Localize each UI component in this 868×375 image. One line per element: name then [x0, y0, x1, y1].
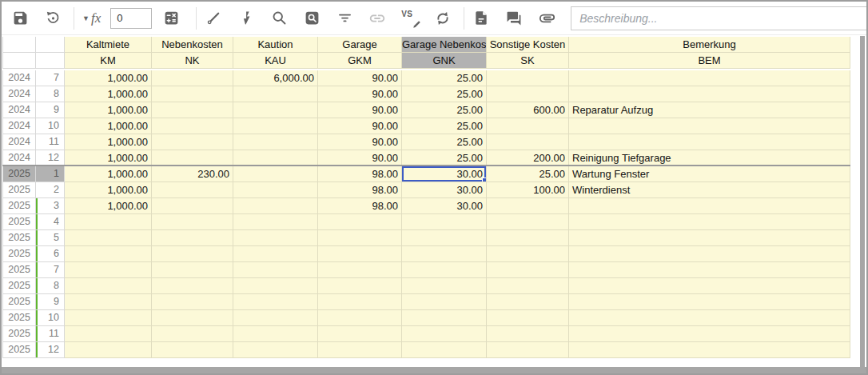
row-header-month[interactable]: 2 — [36, 182, 65, 198]
cell-bem[interactable] — [569, 246, 850, 262]
cell-kau[interactable] — [233, 230, 318, 246]
cell-gkm[interactable]: 90.00 — [318, 118, 402, 134]
cell-nk[interactable] — [152, 326, 233, 342]
cell-gkm[interactable] — [318, 294, 402, 310]
row-header-month[interactable]: 6 — [36, 246, 65, 262]
cell-gnk[interactable]: 30.00 — [402, 182, 487, 198]
row-header-year[interactable]: 2025 — [2, 198, 36, 214]
column-header-km[interactable]: Kaltmiete — [65, 37, 152, 53]
cell-kau[interactable] — [233, 166, 318, 182]
cell-gnk[interactable] — [402, 214, 487, 230]
calculator-button[interactable] — [162, 10, 180, 27]
cell-kau[interactable] — [233, 86, 318, 102]
cell-bem[interactable] — [569, 278, 850, 294]
horizontal-scrollbar[interactable] — [2, 367, 866, 373]
cell-sk[interactable] — [487, 246, 569, 262]
cell-km[interactable]: 1,000.00 — [65, 70, 152, 86]
cell-km[interactable]: 1,000.00 — [65, 150, 152, 166]
vs-edit-button[interactable]: VS — [401, 10, 419, 27]
cell-bem[interactable] — [569, 230, 850, 246]
row-header-month[interactable]: 10 — [36, 118, 65, 134]
cell-bem[interactable]: Reinigung Tiefgarage — [569, 150, 850, 166]
cell-gkm[interactable] — [318, 326, 402, 342]
history-button[interactable] — [44, 10, 62, 27]
link-button[interactable] — [368, 10, 386, 27]
cell-gkm[interactable]: 98.00 — [318, 166, 402, 182]
cell-km[interactable] — [65, 278, 152, 294]
cell-gnk[interactable]: 30.00 — [402, 166, 487, 182]
cell-nk[interactable] — [152, 278, 233, 294]
cell-km[interactable] — [65, 246, 152, 262]
cell-nk[interactable] — [152, 102, 233, 118]
row-header-year[interactable]: 2025 — [2, 182, 36, 198]
cell-bem[interactable] — [569, 214, 850, 230]
search-button[interactable] — [270, 10, 288, 27]
comments-button[interactable] — [505, 10, 523, 27]
vertical-scrollbar[interactable] — [860, 36, 865, 367]
cell-km[interactable]: 1,000.00 — [65, 134, 152, 150]
cell-km[interactable]: 1,000.00 — [65, 86, 152, 102]
cell-km[interactable]: 1,000.00 — [65, 102, 152, 118]
cell-nk[interactable] — [152, 118, 233, 134]
row-header-month[interactable]: 5 — [36, 230, 65, 246]
cell-kau[interactable] — [233, 102, 318, 118]
column-code-nk[interactable]: NK — [152, 53, 233, 69]
column-header-gkm[interactable]: Garage — [318, 37, 402, 53]
cell-gkm[interactable] — [318, 230, 402, 246]
cell-nk[interactable] — [152, 182, 233, 198]
cell-km[interactable]: 1,000.00 — [65, 118, 152, 134]
column-header-gnk[interactable]: Garage Nebenkosten — [402, 37, 487, 53]
column-header-kau[interactable]: Kaution — [233, 37, 318, 53]
cell-bem[interactable]: Winterdienst — [569, 182, 850, 198]
column-header-bem[interactable]: Bemerkung — [569, 37, 850, 53]
cell-bem[interactable]: Reparatur Aufzug — [569, 102, 850, 118]
cell-nk[interactable] — [152, 150, 233, 166]
column-code-km[interactable]: KM — [65, 53, 152, 69]
cell-sk[interactable] — [487, 310, 569, 326]
cell-gkm[interactable]: 90.00 — [318, 86, 402, 102]
cell-km[interactable] — [65, 214, 152, 230]
cell-gkm[interactable]: 90.00 — [318, 70, 402, 86]
cell-nk[interactable]: 230.00 — [152, 166, 233, 182]
row-header-month[interactable]: 9 — [36, 294, 65, 310]
document-button[interactable] — [472, 10, 490, 27]
cell-gkm[interactable] — [318, 246, 402, 262]
row-header-year[interactable]: 2025 — [2, 246, 36, 262]
cell-gkm[interactable]: 90.00 — [318, 150, 402, 166]
cell-bem[interactable] — [569, 198, 850, 214]
row-header-month[interactable]: 9 — [36, 102, 65, 118]
row-header-month[interactable]: 12 — [36, 342, 65, 358]
cell-gnk[interactable] — [402, 230, 487, 246]
row-header-year[interactable]: 2025 — [2, 294, 36, 310]
flash-button[interactable] — [237, 10, 255, 27]
cell-sk[interactable]: 100.00 — [487, 182, 569, 198]
row-header-month[interactable]: 4 — [36, 214, 65, 230]
cell-sk[interactable] — [487, 230, 569, 246]
row-header-year[interactable]: 2025 — [2, 310, 36, 326]
format-brush-button[interactable] — [205, 10, 222, 27]
cell-kau[interactable] — [233, 310, 318, 326]
refresh-button[interactable] — [434, 10, 452, 27]
row-header-year[interactable]: 2024 — [2, 118, 36, 134]
cell-kau[interactable] — [233, 326, 318, 342]
description-input[interactable] — [571, 6, 868, 30]
cell-bem[interactable] — [569, 262, 850, 278]
row-header-month[interactable]: 8 — [36, 86, 65, 102]
column-code-bem[interactable]: BEM — [569, 53, 850, 69]
value-input[interactable] — [110, 8, 152, 29]
cell-kau[interactable] — [233, 278, 318, 294]
cell-nk[interactable] — [152, 246, 233, 262]
filter-button[interactable] — [336, 10, 353, 27]
row-header-year[interactable]: 2025 — [2, 166, 36, 182]
cell-gkm[interactable]: 90.00 — [318, 102, 402, 118]
row-header-year[interactable]: 2024 — [2, 70, 36, 86]
column-header-sk[interactable]: Sonstige Kosten — [487, 37, 569, 53]
cell-km[interactable] — [65, 230, 152, 246]
row-header-year[interactable]: 2025 — [2, 342, 36, 358]
column-code-gkm[interactable]: GKM — [318, 53, 402, 69]
cell-sk[interactable] — [487, 86, 569, 102]
cell-gnk[interactable]: 30.00 — [402, 198, 487, 214]
cell-sk[interactable] — [487, 134, 569, 150]
cell-kau[interactable] — [233, 342, 318, 358]
cell-km[interactable] — [65, 294, 152, 310]
